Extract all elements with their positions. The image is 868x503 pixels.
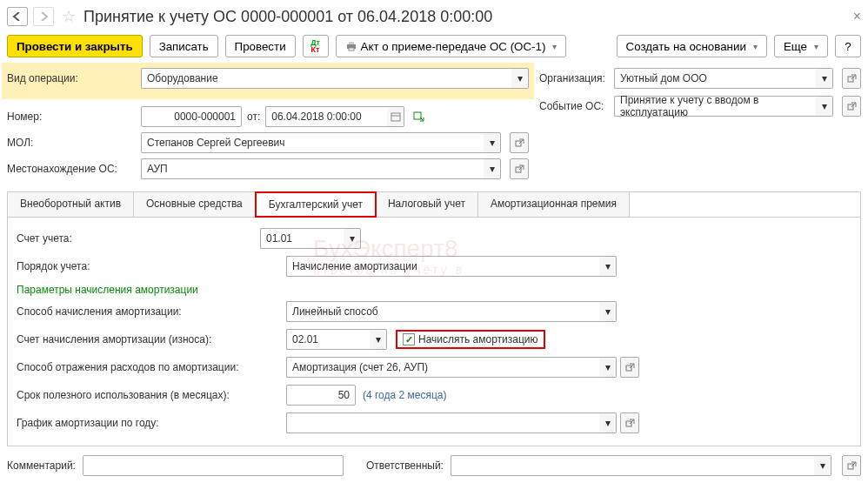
account-select[interactable]: 01.01 [260,228,344,249]
refresh-date-icon[interactable] [413,111,425,123]
location-label: Местонахождение ОС: [7,163,136,175]
print-act-button[interactable]: Акт о приеме-передаче ОС (ОС-1) ▾ [336,35,567,57]
charge-depreciation-label: Начислять амортизацию [418,333,538,345]
back-button[interactable] [7,7,28,26]
calendar-icon[interactable] [387,106,404,127]
date-label: от: [247,111,260,123]
chevron-down-icon[interactable]: ▾ [484,158,501,179]
print-act-label: Акт о приеме-передаче ОС (ОС-1) [361,40,546,53]
forward-button[interactable] [33,7,54,26]
schedule-select[interactable] [286,412,599,433]
help-button[interactable]: ? [835,35,861,57]
chevron-down-icon[interactable]: ▾ [816,68,833,89]
svg-rect-18 [848,464,853,469]
account-label: Счет учета: [17,232,260,245]
tab-noncurrent-asset[interactable]: Внеоборотный актив [8,192,134,217]
open-external-icon[interactable] [510,158,529,179]
close-icon[interactable]: × [853,9,861,24]
open-external-icon[interactable] [620,357,639,378]
svg-rect-1 [349,42,354,44]
chevron-down-icon[interactable]: ▾ [599,357,617,378]
chevron-down-icon: ▾ [814,42,818,51]
printer-icon [345,41,357,51]
post-button[interactable]: Провести [225,35,296,57]
date-input[interactable]: 06.04.2018 0:00:00 [265,106,387,127]
expense-label: Способ отражения расходов по амортизации… [17,361,286,373]
chevron-down-icon: ▾ [753,42,758,51]
open-external-icon[interactable] [842,96,861,117]
svg-rect-16 [626,421,631,426]
chevron-down-icon[interactable]: ▾ [599,412,617,433]
responsible-select[interactable] [451,455,814,476]
expense-select[interactable]: Амортизация (счет 26, АУП) [286,357,599,378]
chevron-down-icon[interactable]: ▾ [370,329,387,350]
more-button[interactable]: Еще ▾ [774,35,828,57]
number-label: Номер: [7,111,136,123]
svg-rect-8 [516,167,521,172]
useful-life-input[interactable]: 50 [286,385,356,406]
order-label: Порядок учета: [17,260,286,272]
tab-depreciation-bonus[interactable]: Амортизационная премия [478,192,630,217]
open-external-icon[interactable] [842,455,861,476]
organization-select[interactable]: Уютный дом ООО [614,68,816,89]
chevron-down-icon[interactable]: ▾ [511,68,529,89]
svg-rect-10 [848,77,853,82]
number-input[interactable]: 0000-000001 [141,106,242,127]
open-external-icon[interactable] [620,412,639,433]
tab-accounting[interactable]: Бухгалтерский учет [255,191,377,218]
svg-rect-5 [414,112,421,119]
mol-label: МОЛ: [7,137,136,149]
section-title: Параметры начисления амортизации [17,284,851,296]
event-select[interactable]: Принятие к учету с вводом в эксплуатацию [614,96,816,117]
svg-rect-12 [848,104,853,110]
tab-tax[interactable]: Налоговый учет [376,192,478,217]
chevron-down-icon[interactable]: ▾ [814,455,831,476]
depr-account-select[interactable]: 02.01 [286,329,370,350]
save-button[interactable]: Записать [150,35,218,57]
chevron-down-icon[interactable]: ▾ [816,96,833,117]
post-and-close-button[interactable]: Провести и закрыть [7,35,143,57]
dtkt-button[interactable]: ДтКт [303,35,329,57]
mol-select[interactable]: Степанов Сергей Сергеевич [141,132,484,153]
create-based-on-button[interactable]: Создать на основании ▾ [617,35,767,57]
depr-account-label: Счет начисления амортизации (износа): [17,333,286,345]
comment-label: Комментарий: [7,459,76,472]
chevron-down-icon[interactable]: ▾ [599,256,617,277]
svg-rect-2 [349,48,354,50]
open-external-icon[interactable] [510,132,529,153]
operation-type-select[interactable]: Оборудование [141,68,511,89]
chevron-down-icon: ▾ [552,42,557,51]
svg-rect-14 [626,366,631,371]
order-select[interactable]: Начисление амортизации [286,256,599,277]
charge-depreciation-highlight: ✓ Начислять амортизацию [396,330,545,349]
svg-rect-6 [516,141,521,146]
more-label: Еще [784,40,807,53]
method-select[interactable]: Линейный способ [286,301,599,322]
chevron-down-icon[interactable]: ▾ [484,132,501,153]
create-based-label: Создать на основании [626,40,746,53]
page-title: Принятие к учету ОС 0000-000001 от 06.04… [83,8,492,26]
comment-input[interactable] [83,455,344,476]
favorite-star-icon[interactable]: ☆ [59,7,78,26]
useful-life-hint: (4 года 2 месяца) [363,389,447,401]
dtkt-icon: ДтКт [310,39,320,53]
tab-fixed-assets[interactable]: Основные средства [134,192,256,217]
svg-rect-3 [391,113,400,121]
operation-type-label: Вид операции: [7,72,136,84]
open-external-icon[interactable] [842,68,861,89]
chevron-down-icon[interactable]: ▾ [599,301,617,322]
charge-depreciation-checkbox[interactable]: ✓ [403,333,415,345]
location-select[interactable]: АУП [141,158,484,179]
organization-label: Организация: [539,72,609,84]
useful-life-label: Срок полезного использования (в месяцах)… [17,389,286,401]
schedule-label: График амортизации по году: [17,417,286,429]
chevron-down-icon[interactable]: ▾ [344,228,361,249]
method-label: Способ начисления амортизации: [17,305,286,318]
responsible-label: Ответственный: [366,459,444,472]
event-label: Событие ОС: [539,100,609,112]
